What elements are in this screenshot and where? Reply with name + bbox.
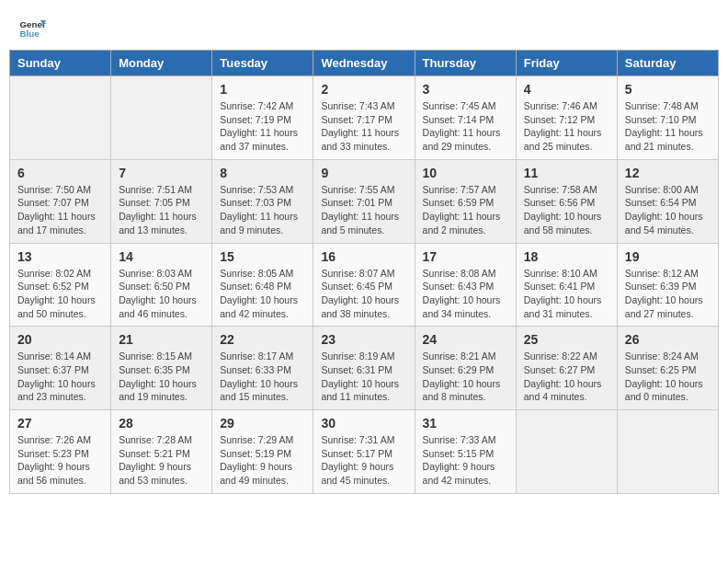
weekday-header: Monday — [111, 51, 212, 76]
calendar-day: 25Sunrise: 8:22 AMSunset: 6:27 PMDayligh… — [516, 327, 617, 410]
calendar-day: 10Sunrise: 7:57 AMSunset: 6:59 PMDayligh… — [415, 159, 516, 243]
day-info: Sunrise: 7:29 AMSunset: 5:19 PMDaylight:… — [220, 433, 305, 488]
day-number: 24 — [423, 332, 508, 347]
svg-text:Blue: Blue — [20, 29, 40, 39]
calendar-day: 31Sunrise: 7:33 AMSunset: 5:15 PMDayligh… — [415, 410, 516, 494]
day-number: 27 — [17, 416, 103, 431]
day-info: Sunrise: 7:46 AMSunset: 7:12 PMDaylight:… — [524, 99, 609, 154]
day-info: Sunrise: 8:02 AMSunset: 6:52 PMDaylight:… — [17, 267, 103, 321]
day-info: Sunrise: 8:12 AMSunset: 6:39 PMDaylight:… — [625, 267, 711, 321]
calendar-day: 13Sunrise: 8:02 AMSunset: 6:52 PMDayligh… — [10, 243, 111, 327]
day-number: 12 — [625, 166, 711, 180]
calendar-day: 9Sunrise: 7:55 AMSunset: 7:01 PMDaylight… — [313, 159, 415, 243]
calendar-day: 28Sunrise: 7:28 AMSunset: 5:21 PMDayligh… — [111, 410, 212, 494]
day-number: 28 — [119, 416, 204, 431]
day-number: 29 — [220, 416, 305, 431]
calendar-day: 23Sunrise: 8:19 AMSunset: 6:31 PMDayligh… — [313, 327, 415, 410]
day-number: 30 — [321, 416, 406, 431]
calendar-day: 30Sunrise: 7:31 AMSunset: 5:17 PMDayligh… — [313, 410, 415, 494]
day-number: 6 — [17, 166, 103, 180]
calendar-day: 3Sunrise: 7:45 AMSunset: 7:14 PMDaylight… — [415, 76, 516, 160]
day-number: 5 — [625, 82, 711, 97]
weekday-header: Tuesday — [212, 51, 313, 76]
day-number: 22 — [220, 332, 305, 347]
day-number: 1 — [220, 82, 305, 97]
calendar-day: 16Sunrise: 8:07 AMSunset: 6:45 PMDayligh… — [313, 243, 415, 327]
day-number: 18 — [524, 249, 609, 264]
day-number: 19 — [625, 249, 711, 264]
day-number: 7 — [119, 166, 204, 180]
day-number: 8 — [220, 166, 305, 180]
weekday-header: Saturday — [617, 51, 718, 76]
day-info: Sunrise: 8:22 AMSunset: 6:27 PMDaylight:… — [524, 350, 609, 404]
day-info: Sunrise: 8:24 AMSunset: 6:25 PMDaylight:… — [625, 350, 711, 404]
day-info: Sunrise: 7:45 AMSunset: 7:14 PMDaylight:… — [423, 99, 508, 154]
day-info: Sunrise: 7:42 AMSunset: 7:19 PMDaylight:… — [220, 99, 305, 154]
day-number: 14 — [119, 249, 204, 264]
calendar-day: 26Sunrise: 8:24 AMSunset: 6:25 PMDayligh… — [617, 327, 718, 410]
day-info: Sunrise: 7:55 AMSunset: 7:01 PMDaylight:… — [321, 183, 406, 237]
calendar-week: 13Sunrise: 8:02 AMSunset: 6:52 PMDayligh… — [10, 243, 719, 327]
day-info: Sunrise: 8:03 AMSunset: 6:50 PMDaylight:… — [119, 267, 204, 321]
calendar-day: 15Sunrise: 8:05 AMSunset: 6:48 PMDayligh… — [212, 243, 313, 327]
calendar-day: 17Sunrise: 8:08 AMSunset: 6:43 PMDayligh… — [415, 243, 516, 327]
calendar-day — [10, 76, 111, 160]
calendar-day: 14Sunrise: 8:03 AMSunset: 6:50 PMDayligh… — [111, 243, 212, 327]
day-info: Sunrise: 7:26 AMSunset: 5:23 PMDaylight:… — [17, 433, 103, 488]
calendar-day: 19Sunrise: 8:12 AMSunset: 6:39 PMDayligh… — [617, 243, 718, 327]
day-info: Sunrise: 7:43 AMSunset: 7:17 PMDaylight:… — [321, 99, 406, 154]
day-info: Sunrise: 8:19 AMSunset: 6:31 PMDaylight:… — [321, 350, 406, 404]
calendar-week: 1Sunrise: 7:42 AMSunset: 7:19 PMDaylight… — [10, 76, 719, 160]
calendar-table: SundayMondayTuesdayWednesdayThursdayFrid… — [9, 50, 719, 494]
calendar-week: 27Sunrise: 7:26 AMSunset: 5:23 PMDayligh… — [10, 410, 719, 494]
day-info: Sunrise: 8:07 AMSunset: 6:45 PMDaylight:… — [321, 267, 406, 321]
calendar-week: 20Sunrise: 8:14 AMSunset: 6:37 PMDayligh… — [10, 327, 719, 410]
calendar-day: 27Sunrise: 7:26 AMSunset: 5:23 PMDayligh… — [10, 410, 111, 494]
day-info: Sunrise: 7:57 AMSunset: 6:59 PMDaylight:… — [423, 183, 508, 237]
calendar-day: 20Sunrise: 8:14 AMSunset: 6:37 PMDayligh… — [10, 327, 111, 410]
calendar-day: 2Sunrise: 7:43 AMSunset: 7:17 PMDaylight… — [313, 76, 415, 160]
calendar-day: 1Sunrise: 7:42 AMSunset: 7:19 PMDaylight… — [212, 76, 313, 160]
day-info: Sunrise: 7:31 AMSunset: 5:17 PMDaylight:… — [321, 433, 406, 488]
calendar-day: 5Sunrise: 7:48 AMSunset: 7:10 PMDaylight… — [617, 76, 718, 160]
day-info: Sunrise: 8:21 AMSunset: 6:29 PMDaylight:… — [423, 350, 508, 404]
day-info: Sunrise: 7:28 AMSunset: 5:21 PMDaylight:… — [119, 433, 204, 488]
day-number: 25 — [524, 332, 609, 347]
day-number: 26 — [625, 332, 711, 347]
day-number: 16 — [321, 249, 406, 264]
calendar-day: 18Sunrise: 8:10 AMSunset: 6:41 PMDayligh… — [516, 243, 617, 327]
day-number: 10 — [423, 166, 508, 180]
calendar-day: 6Sunrise: 7:50 AMSunset: 7:07 PMDaylight… — [10, 159, 111, 243]
day-number: 21 — [119, 332, 204, 347]
day-info: Sunrise: 7:50 AMSunset: 7:07 PMDaylight:… — [17, 183, 103, 237]
day-number: 23 — [321, 332, 406, 347]
calendar-day — [111, 76, 212, 160]
weekday-header: Sunday — [10, 51, 111, 76]
calendar-day: 7Sunrise: 7:51 AMSunset: 7:05 PMDaylight… — [111, 159, 212, 243]
day-info: Sunrise: 8:17 AMSunset: 6:33 PMDaylight:… — [220, 350, 305, 404]
day-info: Sunrise: 8:08 AMSunset: 6:43 PMDaylight:… — [423, 267, 508, 321]
day-info: Sunrise: 7:48 AMSunset: 7:10 PMDaylight:… — [625, 99, 711, 154]
calendar-day: 11Sunrise: 7:58 AMSunset: 6:56 PMDayligh… — [516, 159, 617, 243]
day-info: Sunrise: 7:33 AMSunset: 5:15 PMDaylight:… — [423, 433, 508, 488]
day-info: Sunrise: 8:15 AMSunset: 6:35 PMDaylight:… — [119, 350, 204, 404]
calendar-day: 29Sunrise: 7:29 AMSunset: 5:19 PMDayligh… — [212, 410, 313, 494]
day-number: 9 — [321, 166, 406, 180]
calendar-day: 12Sunrise: 8:00 AMSunset: 6:54 PMDayligh… — [617, 159, 718, 243]
day-info: Sunrise: 8:14 AMSunset: 6:37 PMDaylight:… — [17, 350, 103, 404]
day-info: Sunrise: 7:53 AMSunset: 7:03 PMDaylight:… — [220, 183, 305, 237]
weekday-header: Thursday — [415, 51, 516, 76]
day-number: 2 — [321, 82, 406, 97]
day-info: Sunrise: 8:00 AMSunset: 6:54 PMDaylight:… — [625, 183, 711, 237]
day-number: 13 — [17, 249, 103, 264]
weekday-header: Wednesday — [313, 51, 415, 76]
calendar-day — [516, 410, 617, 494]
weekday-header: Friday — [516, 51, 617, 76]
day-info: Sunrise: 8:05 AMSunset: 6:48 PMDaylight:… — [220, 267, 305, 321]
calendar-day: 8Sunrise: 7:53 AMSunset: 7:03 PMDaylight… — [212, 159, 313, 243]
calendar-day: 24Sunrise: 8:21 AMSunset: 6:29 PMDayligh… — [415, 327, 516, 410]
page-header: General Blue — [0, 0, 728, 50]
calendar-day: 21Sunrise: 8:15 AMSunset: 6:35 PMDayligh… — [111, 327, 212, 410]
calendar-day: 22Sunrise: 8:17 AMSunset: 6:33 PMDayligh… — [212, 327, 313, 410]
day-info: Sunrise: 7:51 AMSunset: 7:05 PMDaylight:… — [119, 183, 204, 237]
